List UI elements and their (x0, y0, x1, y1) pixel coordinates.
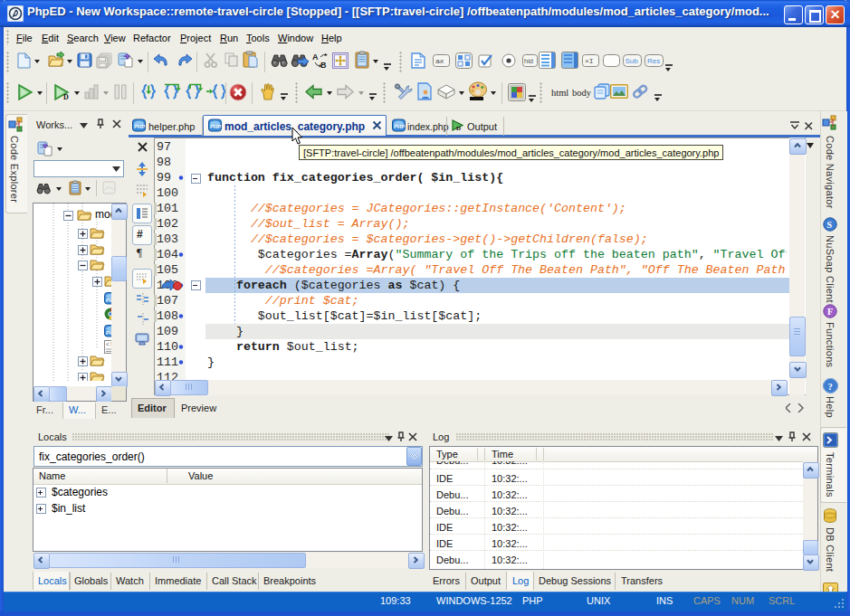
svg-text:S: S (827, 220, 833, 230)
svg-text:B: B (320, 61, 327, 70)
svg-text:D: D (63, 93, 69, 101)
svg-text:×I: ×I (585, 57, 594, 65)
svg-text:PHP: PHP (394, 124, 405, 129)
svg-text:PHP: PHP (134, 124, 145, 129)
svg-text:modules: modules (95, 208, 111, 221)
svg-text:?: ? (828, 382, 833, 392)
svg-text:Sub: Sub (626, 57, 639, 65)
svg-text:hid: hid (524, 57, 533, 65)
svg-text:PHP: PHP (210, 124, 221, 129)
svg-text:D: D (456, 125, 461, 132)
svg-text:F: F (827, 307, 833, 317)
svg-text:Res: Res (647, 57, 660, 65)
svg-text:a̴x: a̴x (435, 57, 444, 65)
svg-text:A: A (312, 52, 319, 62)
